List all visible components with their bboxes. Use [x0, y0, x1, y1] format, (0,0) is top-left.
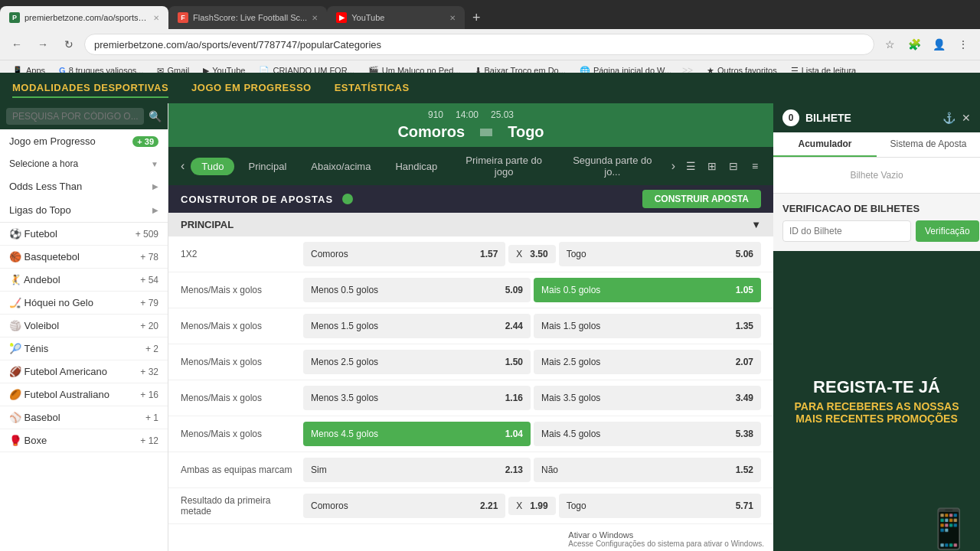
sidebar-item-selecione-hora[interactable]: Selecione a hora ▼: [0, 153, 168, 174]
market-tab-prev[interactable]: ‹: [178, 159, 188, 173]
tab-3[interactable]: ▶ YouTube ✕: [327, 6, 465, 29]
address-bar[interactable]: [84, 34, 874, 55]
sport-boxe[interactable]: 🥊 Boxe + 12: [0, 429, 168, 452]
tab-2-close[interactable]: ✕: [312, 14, 318, 22]
market-cell-mais-1-5[interactable]: Mais 1.5 golos 1.35: [534, 314, 761, 338]
sport-futebol[interactable]: ⚽ Futebol + 509: [0, 223, 168, 246]
nav-estatisticas[interactable]: ESTATÍSTICAS: [335, 79, 410, 98]
bilhete-count: 0: [782, 109, 799, 126]
market-cell-togo-pm[interactable]: Togo 5.71: [559, 494, 761, 518]
market-row-1x2: 1X2 Comoros 1.57 X 3.50 Togo 5.06: [168, 236, 773, 272]
market-cell-x-pm[interactable]: X 1.99: [508, 497, 555, 515]
market-cell-mais-0-5[interactable]: Mais 0.5 golos 1.05: [534, 278, 761, 302]
view-grid-2[interactable]: ⊞: [703, 157, 721, 175]
market-cell-menos-4-5[interactable]: Menos 4.5 golos 1.04: [303, 422, 531, 446]
sidebar-item-jogo[interactable]: Jogo em Progresso + 39: [0, 129, 168, 153]
market-cells-primeira-metade: Comoros 2.21 X 1.99 Togo 5.71: [303, 494, 761, 518]
sport-tenis[interactable]: 🎾 Ténis + 2: [0, 337, 168, 360]
menu-button[interactable]: ⋮: [952, 34, 974, 55]
nav-jogo[interactable]: JOGO EM PROGRESSO: [191, 79, 312, 98]
main-content: 910 14:00 25.03 Comoros Togo ‹ Tudo Prin…: [168, 103, 773, 551]
sport-voleibol[interactable]: 🏐 Voleibol + 20: [0, 315, 168, 337]
sport-tenis-label: 🎾 Ténis: [9, 343, 48, 354]
tab-1[interactable]: P premierbetzone.com/ao/sports/event... …: [0, 6, 168, 29]
nav-modalidades[interactable]: MODALIDADES DESPORTIVAS: [12, 79, 168, 98]
market-cell-comoros-pm[interactable]: Comoros 2.21: [303, 494, 505, 518]
bilhete-close-button[interactable]: ✕: [962, 112, 971, 124]
market-cells-4-5: Menos 4.5 golos 1.04 Mais 4.5 golos 5.38: [303, 422, 761, 446]
tab-principal[interactable]: Principal: [237, 158, 297, 175]
market-type-ambas: Ambas as equipas marcam: [181, 465, 303, 475]
tab-tudo[interactable]: Tudo: [191, 158, 234, 175]
sport-hoquei[interactable]: 🏒 Hóquei no Gelo + 79: [0, 292, 168, 315]
match-date: 25.03: [491, 109, 514, 120]
market-cell-menos-0-5[interactable]: Menos 0.5 golos 5.09: [303, 278, 531, 302]
tab-segunda-parte[interactable]: Segunda parte do jo...: [560, 152, 665, 181]
sport-futebol-australiano[interactable]: 🏉 Futebol Australiano + 16: [0, 383, 168, 406]
bet-builder-button[interactable]: CONSTRUIR APOSTA: [642, 190, 761, 208]
market-cell-comoros-1x2[interactable]: Comoros 1.57: [303, 242, 505, 266]
sidebar-item-odds-less-than[interactable]: Odds Less Than ▶: [0, 174, 168, 198]
market-cell-togo-1x2[interactable]: Togo 5.06: [559, 242, 761, 266]
market-cell-mais-4-5[interactable]: Mais 4.5 golos 5.38: [534, 422, 761, 446]
match-meta: 910 14:00 25.03: [181, 109, 761, 120]
bookmark-button[interactable]: ☆: [879, 34, 900, 55]
tab-3-close[interactable]: ✕: [449, 14, 456, 22]
tab-sistema-de-aposta[interactable]: Sistema de Aposta: [877, 132, 980, 157]
market-cell-menos-1-5[interactable]: Menos 1.5 golos 2.44: [303, 314, 531, 338]
sidebar-search-bar: 🔍: [0, 103, 168, 129]
tab-2[interactable]: F FlashScore: Live Football Sc... ✕: [168, 6, 327, 29]
market-cell-menos-3-5[interactable]: Menos 3.5 golos 1.16: [303, 386, 531, 410]
tab-1-label: premierbetzone.com/ao/sports/event...: [24, 13, 149, 22]
tab-handicap[interactable]: Handicap: [384, 158, 448, 175]
sport-basebol[interactable]: ⚾ Basebol + 1: [0, 406, 168, 429]
section-principal-label: PRINCIPAL: [181, 219, 234, 230]
match-id: 910: [428, 109, 443, 120]
sport-futebol-americano-label: 🏈 Futebol Americano: [9, 366, 107, 377]
market-cells-3-5: Menos 3.5 golos 1.16 Mais 3.5 golos 3.49: [303, 386, 761, 410]
market-row-4-5: Menos/Mais x golos Menos 4.5 golos 1.04 …: [168, 416, 773, 452]
profile-button[interactable]: 👤: [928, 34, 949, 55]
market-view-buttons: ☰ ⊞ ⊟ ≡: [681, 157, 764, 175]
back-button[interactable]: ←: [6, 34, 28, 55]
verificacao-row: Verificação: [782, 220, 971, 242]
reload-button[interactable]: ↻: [58, 34, 80, 55]
market-tab-next[interactable]: ›: [668, 159, 678, 173]
app-header: MODALIDADES DESPORTIVAS JOGO EM PROGRESS…: [0, 73, 980, 103]
market-cell-mais-3-5[interactable]: Mais 3.5 golos 3.49: [534, 386, 761, 410]
extensions-button[interactable]: 🧩: [903, 34, 925, 55]
market-cell-sim[interactable]: Sim 2.13: [303, 458, 531, 482]
sidebar-item-ligas-do-topo[interactable]: Ligas do Topo ▶: [0, 198, 168, 222]
match-header: 910 14:00 25.03 Comoros Togo: [168, 103, 773, 147]
verificacao-button[interactable]: Verificação: [916, 220, 979, 242]
new-tab-button[interactable]: +: [465, 6, 488, 29]
sport-andebol[interactable]: 🤾 Andebol + 54: [0, 269, 168, 292]
verificacao-input[interactable]: [782, 220, 911, 242]
chevron-right-icon-2: ▶: [152, 206, 158, 214]
promo-banner[interactable]: REGISTA-TE JÁ PARA RECEBERES AS NOSSAS M…: [773, 251, 980, 551]
forward-button[interactable]: →: [32, 34, 54, 55]
view-settings[interactable]: ≡: [746, 157, 764, 175]
market-cells-2-5: Menos 2.5 golos 1.50 Mais 2.5 golos 2.07: [303, 350, 761, 374]
market-type-primeira-metade: Resultado da primeira metade: [181, 495, 303, 517]
sport-futebol-americano[interactable]: 🏈 Futebol Americano + 32: [0, 360, 168, 383]
sport-basquetebol[interactable]: 🏀 Basquetebol + 78: [0, 246, 168, 269]
tab-acumulador[interactable]: Acumulador: [773, 132, 877, 157]
view-list[interactable]: ☰: [681, 157, 700, 175]
tab-abaixo-acima[interactable]: Abaixo/acima: [300, 158, 381, 175]
view-grid-3[interactable]: ⊟: [724, 157, 743, 175]
market-cell-x-1x2[interactable]: X 3.50: [508, 245, 555, 263]
search-button[interactable]: 🔍: [149, 110, 162, 122]
app-body: 🔍 Jogo em Progresso + 39 Selecione a hor…: [0, 103, 980, 551]
search-input[interactable]: [6, 108, 144, 125]
tab-primeira-parte[interactable]: Primeira parte do jogo: [451, 152, 557, 181]
tab-3-label: YouTube: [351, 13, 445, 22]
market-cell-menos-2-5[interactable]: Menos 2.5 golos 1.50: [303, 350, 531, 374]
verificacao-title: VERIFICACAO DE BILHETES: [782, 203, 971, 214]
match-separator: [480, 129, 492, 136]
tab-1-close[interactable]: ✕: [153, 14, 159, 22]
market-cell-nao[interactable]: Não 1.52: [534, 458, 761, 482]
market-cell-mais-2-5[interactable]: Mais 2.5 golos 2.07: [534, 350, 761, 374]
bilhete-anchor-button[interactable]: ⚓: [942, 112, 956, 124]
market-section-principal[interactable]: PRINCIPAL ▼: [168, 213, 773, 236]
